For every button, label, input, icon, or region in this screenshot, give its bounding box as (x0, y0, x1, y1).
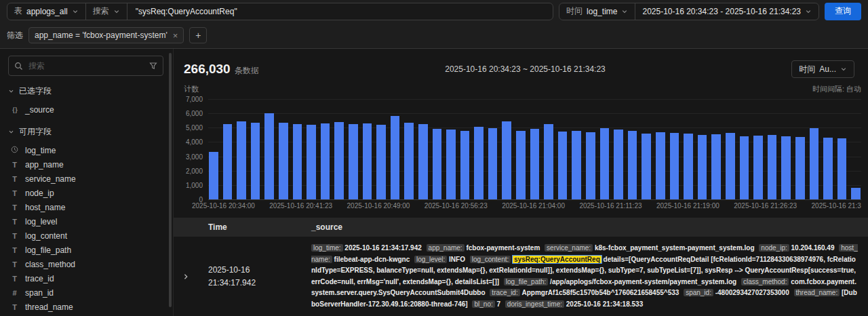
field-item-thread_name[interactable]: Tthread_name (8, 300, 163, 314)
field-item-span_id[interactable]: #span_id (8, 285, 163, 300)
histogram-bar[interactable] (334, 122, 344, 199)
field-item-log_content[interactable]: Tlog_content (8, 229, 163, 243)
field-search-box[interactable] (8, 56, 163, 76)
histogram-bar[interactable] (293, 124, 302, 199)
histogram-bar[interactable] (223, 124, 233, 199)
plot (208, 99, 861, 199)
filter-tag[interactable]: app_name = 'fcbox-payment-system' × (28, 27, 184, 43)
histogram-bar[interactable] (474, 127, 484, 199)
histogram-bar[interactable] (530, 129, 540, 199)
histogram-bar[interactable] (516, 131, 526, 199)
chart-plot-area: 7,0006,0005,0004,0003,0002,0001,0000 (184, 99, 861, 199)
source-field-key: log_content: (470, 256, 511, 263)
field-item-log_level[interactable]: Tlog_level (8, 214, 163, 229)
selected-fields-list: { }_source (8, 102, 163, 117)
histogram-bar[interactable] (363, 123, 372, 199)
search-mode-select[interactable]: 搜索 (85, 3, 127, 20)
histogram-bar[interactable] (851, 188, 861, 199)
field-name: trace_id (25, 274, 54, 283)
source-field-node_ip: node_ip: 10.204.160.49 (759, 244, 834, 252)
available-fields-section[interactable]: 可用字段 (8, 126, 163, 138)
histogram-bar[interactable] (446, 130, 456, 199)
text-field-icon: T (9, 203, 20, 212)
field-item-service_name[interactable]: Tservice_name (8, 172, 163, 186)
close-icon[interactable]: × (173, 31, 178, 40)
histogram-bar[interactable] (544, 124, 553, 199)
result-count: 266,030 (184, 62, 231, 77)
selected-fields-section[interactable]: 已选字段 (8, 85, 163, 97)
available-fields-list: log_timeTapp_nameTservice_nameTnode_ipTh… (8, 143, 163, 316)
time-interval-button[interactable]: 时间 Au... (791, 60, 854, 78)
histogram-bar[interactable] (488, 128, 498, 199)
filter-funnel-icon[interactable] (149, 62, 157, 70)
histogram-bar[interactable] (279, 123, 288, 199)
field-item-node_ip[interactable]: Tnode_ip (8, 186, 163, 200)
date-range-select[interactable]: 2025-10-16 20:34:23 - 2025-10-16 21:34:2… (635, 3, 818, 20)
x-tick-label: 2025-10-16 21:26:23 (734, 202, 797, 210)
histogram-bar[interactable] (753, 136, 763, 199)
histogram-bar[interactable] (768, 135, 777, 199)
source-field-value: 2025-10-16 21:34:18.533 (566, 300, 643, 308)
histogram-bar[interactable] (614, 130, 623, 199)
x-tick-label: 2025-10-16 20:49:00 (347, 202, 410, 210)
histogram-bar[interactable] (251, 123, 260, 199)
query-button[interactable]: 查询 (825, 3, 861, 20)
histogram-bar[interactable] (209, 152, 218, 199)
row-time-cell: 2025-10-16 21:34:17.942 (208, 264, 311, 290)
histogram-bar[interactable] (321, 123, 330, 199)
histogram-bar[interactable] (349, 124, 358, 199)
add-filter-button[interactable]: + (189, 27, 207, 43)
histogram-bar[interactable] (586, 132, 595, 199)
histogram-bar[interactable] (391, 116, 400, 199)
histogram-bar[interactable] (404, 123, 414, 199)
sidebar-scrollbar[interactable] (169, 53, 172, 307)
histogram-bar[interactable] (307, 125, 316, 199)
field-search-input[interactable] (27, 60, 145, 71)
histogram-bar[interactable] (418, 124, 428, 199)
histogram-bar[interactable] (795, 137, 805, 199)
main-panel: 266,030 条数据 2025-10-16 20:34:23 ~ 2025-1… (174, 49, 868, 316)
field-item-log_file_path[interactable]: Tlog_file_path (8, 243, 163, 257)
field-item-trace_id[interactable]: Ttrace_id (8, 271, 163, 285)
histogram-bar[interactable] (460, 131, 470, 199)
field-item-host_name[interactable]: Thost_name (8, 200, 163, 214)
histogram-bar[interactable] (237, 121, 246, 199)
field-item-log_time[interactable]: log_time (8, 143, 163, 157)
time-field-select[interactable]: 时间 log_time (559, 3, 635, 20)
histogram-bar[interactable] (726, 133, 735, 199)
histogram-bar[interactable] (264, 113, 274, 199)
text-field-icon: T (9, 218, 20, 226)
histogram-bar[interactable] (823, 138, 833, 199)
field-item-app_name[interactable]: Tapp_name (8, 157, 163, 172)
histogram-bar[interactable] (433, 129, 442, 199)
histogram-bar[interactable] (572, 131, 581, 199)
expand-row-icon[interactable] (182, 273, 208, 280)
histogram-bar[interactable] (558, 132, 568, 199)
histogram-bar[interactable] (837, 138, 847, 199)
histogram-bar[interactable] (711, 134, 721, 199)
histogram-bar[interactable] (781, 136, 791, 199)
source-field-value: fcbox-payment-system (466, 244, 540, 252)
histogram-bar[interactable] (740, 136, 749, 199)
histogram-bar[interactable] (628, 131, 637, 199)
chevron-down-icon (621, 8, 628, 15)
field-item-class_method[interactable]: Tclass_method (8, 257, 163, 271)
query-input[interactable] (134, 6, 546, 17)
histogram-bar[interactable] (656, 132, 665, 199)
x-tick-label: 2025-10-16 20:34:00 (192, 202, 255, 210)
field-item-_source[interactable]: { }_source (8, 102, 163, 117)
histogram-bar[interactable] (642, 134, 651, 199)
histogram-bar[interactable] (684, 134, 693, 199)
table-select[interactable]: 表 applogs_all (7, 3, 85, 20)
y-tick-label: 0 (199, 196, 203, 203)
histogram-bar[interactable] (670, 133, 679, 199)
histogram-bar[interactable] (810, 128, 819, 199)
chevron-down-icon (72, 8, 79, 15)
histogram-bar[interactable] (376, 125, 386, 199)
histogram-bar[interactable] (698, 135, 707, 199)
field-name: log_content (25, 231, 67, 241)
chevron-down-icon (113, 8, 120, 15)
results-header: 266,030 条数据 2025-10-16 20:34:23 ~ 2025-1… (184, 56, 854, 83)
histogram-bar[interactable] (600, 128, 610, 199)
histogram-bar[interactable] (502, 121, 511, 199)
